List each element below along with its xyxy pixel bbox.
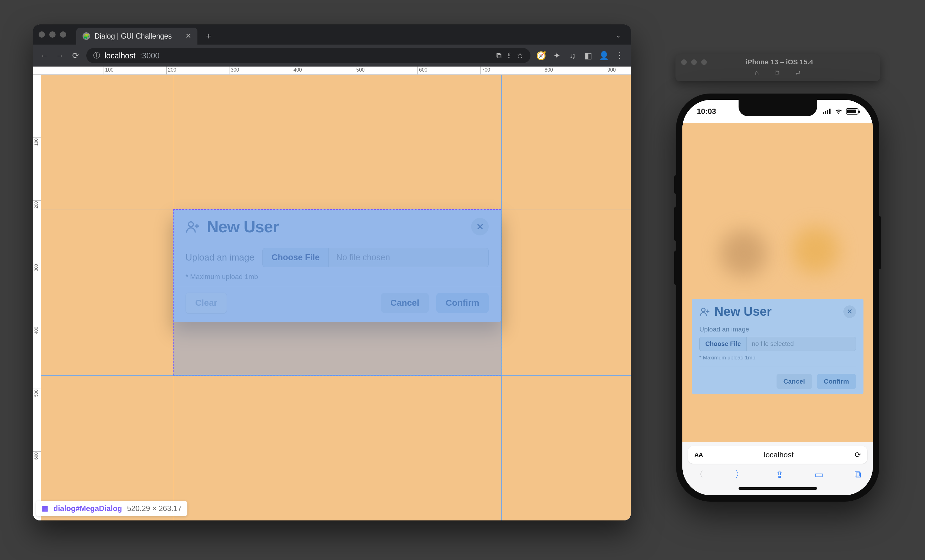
- devtools-panel-icon[interactable]: ◧: [583, 51, 593, 60]
- dialog-header: New User ✕: [173, 209, 501, 242]
- phone-power-button: [879, 216, 881, 269]
- sim-close-icon[interactable]: [681, 59, 687, 65]
- svg-point-0: [188, 222, 193, 227]
- nav-back-icon[interactable]: ←: [39, 51, 49, 60]
- window-controls: [39, 32, 66, 38]
- phone-volume-up: [674, 206, 676, 241]
- guide-line: [41, 375, 631, 376]
- open-external-icon[interactable]: ⧉: [496, 51, 502, 60]
- share-icon[interactable]: ⇪: [506, 51, 512, 60]
- simulator-titlebar: iPhone 13 – iOS 15.4 ⌂ ⧉ ⤾: [675, 54, 880, 81]
- status-time: 10:03: [697, 107, 716, 116]
- address-bar[interactable]: ⓘ localhost:3000 ⧉ ⇪ ☆: [86, 48, 530, 63]
- upload-hint: * Maximum upload 1mb: [699, 355, 856, 361]
- nav-reload-icon[interactable]: ⟳: [71, 51, 81, 60]
- safari-bottom-chrome: AA localhost ⟳ 〈 〉 ⇪ ▭ ⧉: [682, 442, 873, 495]
- browser-window: 🧩 Dialog | GUI Challenges ✕ ＋ ⌄ ← → ⟳ ⓘ …: [33, 24, 631, 521]
- choose-file-button[interactable]: Choose File: [262, 248, 328, 267]
- clear-button[interactable]: Clear: [185, 292, 227, 313]
- sim-minimize-icon[interactable]: [691, 59, 697, 65]
- wifi-icon: [835, 108, 843, 114]
- page-canvas: New User ✕ Upload an image Choose File N…: [41, 75, 631, 521]
- cancel-button[interactable]: Cancel: [381, 293, 429, 313]
- ruler-vertical: 100 200 300 400 500 600: [33, 75, 41, 521]
- sim-screenshot-icon[interactable]: ⧉: [775, 69, 780, 77]
- safari-page: New User ✕ Upload an image Choose File n…: [682, 123, 873, 442]
- phone-volume-down: [674, 250, 676, 285]
- upload-label: Upload an image: [699, 325, 856, 333]
- phone-screen: 10:03 New: [682, 100, 873, 495]
- dialog-close-button[interactable]: ✕: [844, 306, 856, 318]
- upload-label: Upload an image: [185, 252, 254, 263]
- window-zoom-icon[interactable]: [60, 32, 66, 38]
- iphone-device-frame: 10:03 New: [676, 93, 879, 501]
- safari-toolbar: 〈 〉 ⇪ ▭ ⧉: [688, 468, 867, 481]
- element-info-chip: ▦ dialog#MegaDialog 520.29 × 263.17: [36, 501, 187, 516]
- guide-line: [501, 75, 502, 521]
- url-host: localhost: [104, 51, 136, 60]
- browser-tab[interactable]: 🧩 Dialog | GUI Challenges ✕: [76, 28, 197, 45]
- dialog-footer: Clear Cancel Confirm: [173, 286, 501, 322]
- site-info-icon[interactable]: ⓘ: [93, 51, 100, 60]
- svg-point-1: [702, 308, 705, 312]
- file-name-display: no file selected: [746, 337, 856, 351]
- tab-close-icon[interactable]: ✕: [185, 32, 191, 40]
- extension-compass-icon[interactable]: 🧭: [536, 51, 546, 60]
- add-user-icon: [699, 306, 710, 317]
- nav-forward-icon[interactable]: →: [55, 51, 65, 60]
- add-user-icon: [185, 220, 200, 234]
- file-input[interactable]: Choose File no file selected: [699, 337, 856, 351]
- sim-zoom-icon[interactable]: [701, 59, 707, 65]
- background-blur: [792, 227, 839, 274]
- confirm-button[interactable]: Confirm: [817, 374, 856, 389]
- browser-chrome: 🧩 Dialog | GUI Challenges ✕ ＋ ⌄ ← → ⟳ ⓘ …: [33, 24, 631, 66]
- background-blur: [720, 230, 767, 277]
- upload-hint: * Maximum upload 1mb: [185, 273, 489, 281]
- tab-strip: 🧩 Dialog | GUI Challenges ✕ ＋ ⌄: [33, 24, 631, 45]
- dialog-title: New User: [207, 217, 279, 236]
- tab-title: Dialog | GUI Challenges: [95, 32, 172, 41]
- tabs-overflow-icon[interactable]: ⌄: [615, 32, 621, 39]
- mega-dialog-mobile: New User ✕ Upload an image Choose File n…: [692, 299, 863, 394]
- safari-tabs-icon[interactable]: ⧉: [854, 469, 861, 480]
- browser-menu-icon[interactable]: ⋮: [615, 51, 625, 60]
- safari-url-host: localhost: [707, 450, 850, 459]
- dialog-close-button[interactable]: ✕: [471, 218, 489, 235]
- file-name-display: No file chosen: [328, 248, 489, 267]
- cancel-button[interactable]: Cancel: [777, 374, 812, 389]
- safari-forward-icon[interactable]: 〉: [735, 468, 744, 481]
- profile-avatar-icon[interactable]: 👤: [599, 51, 609, 60]
- upload-row: Upload an image Choose File No file chos…: [185, 248, 489, 267]
- sim-rotate-icon[interactable]: ⤾: [795, 69, 801, 77]
- dialog-body: Upload an image Choose File no file sele…: [692, 322, 863, 369]
- sim-home-icon[interactable]: ⌂: [755, 69, 759, 77]
- text-size-icon[interactable]: AA: [694, 452, 703, 459]
- mega-dialog: New User ✕ Upload an image Choose File N…: [173, 209, 501, 322]
- favicon-icon: 🧩: [83, 32, 90, 40]
- bookmark-icon[interactable]: ☆: [517, 51, 524, 60]
- safari-address-bar[interactable]: AA localhost ⟳: [688, 446, 867, 464]
- choose-file-button[interactable]: Choose File: [699, 337, 746, 351]
- element-selector: dialog#MegaDialog: [53, 504, 122, 513]
- phone-notch: [738, 100, 817, 116]
- ruler-horizontal: 100 200 300 400 500 600 700 800 900: [33, 66, 631, 75]
- extensions-icon[interactable]: ✦: [552, 51, 562, 60]
- window-minimize-icon[interactable]: [49, 32, 56, 38]
- cellular-icon: [823, 108, 832, 114]
- browser-toolbar: ← → ⟳ ⓘ localhost:3000 ⧉ ⇪ ☆ 🧭 ✦ ♫ ◧ 👤 ⋮: [33, 45, 631, 66]
- element-dimensions: 520.29 × 263.17: [127, 504, 182, 513]
- file-input[interactable]: Choose File No file chosen: [262, 248, 489, 267]
- home-indicator: [738, 487, 817, 490]
- safari-back-icon[interactable]: 〈: [694, 468, 704, 481]
- safari-share-icon[interactable]: ⇪: [776, 469, 783, 480]
- page-viewport: 100 200 300 400 500 600 700 800 900 100 …: [33, 66, 631, 521]
- simulator-title: iPhone 13 – iOS 15.4: [711, 58, 847, 66]
- confirm-button[interactable]: Confirm: [436, 293, 489, 313]
- new-tab-button[interactable]: ＋: [204, 30, 213, 42]
- window-close-icon[interactable]: [39, 32, 45, 38]
- media-icon[interactable]: ♫: [568, 51, 577, 60]
- safari-bookmarks-icon[interactable]: ▭: [815, 469, 823, 480]
- phone-silence-switch: [674, 175, 676, 194]
- dialog-footer: Cancel Confirm: [692, 369, 863, 389]
- safari-reload-icon[interactable]: ⟳: [855, 450, 861, 459]
